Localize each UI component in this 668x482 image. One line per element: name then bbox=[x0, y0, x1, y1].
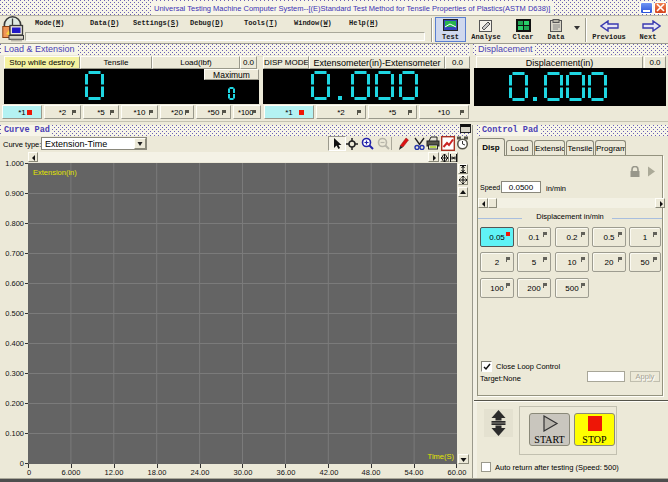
svg-text:Time(S): Time(S) bbox=[428, 452, 455, 461]
svg-text:Extension(in): Extension(in) bbox=[33, 168, 77, 177]
